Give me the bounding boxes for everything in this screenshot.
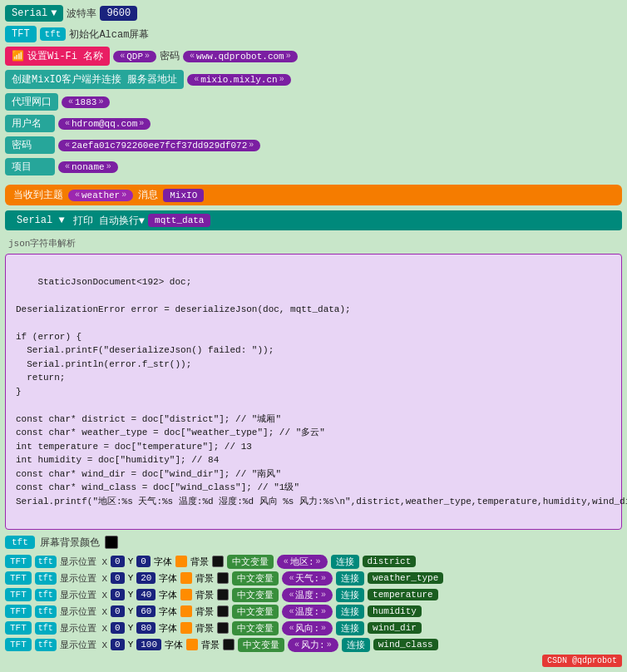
tft-sub-4[interactable]: tft	[35, 622, 57, 635]
x-val-0[interactable]: 0	[111, 556, 125, 567]
lang-block-5[interactable]: 中文变量	[238, 638, 284, 652]
tft-bg-row: tft 屏幕背景颜色	[5, 536, 622, 550]
tft-block-4[interactable]: TFT	[5, 621, 32, 635]
y-val-2[interactable]: 40	[136, 589, 156, 600]
mqtt-var-block[interactable]: mqtt_data	[148, 214, 210, 227]
tft-display-row-2: TFT tft 显示位置 X 0 Y 40 字体 背景 中文变量 « 温度: »…	[5, 588, 622, 602]
code-block: StaticJsonDocument<192> doc; Deserializa…	[5, 254, 622, 530]
tft-display-row-1: TFT tft 显示位置 X 0 Y 20 字体 背景 中文变量 « 天气: »…	[5, 571, 622, 586]
var-block-4[interactable]: wind_dir	[368, 622, 422, 634]
tft-display-row-0: TFT tft 显示位置 X 0 Y 0 字体 背景 中文变量 « 地区: » …	[5, 555, 622, 569]
tft-block-3[interactable]: TFT	[5, 605, 32, 618]
project-value[interactable]: « noname »	[58, 161, 118, 173]
y-val-5[interactable]: 100	[136, 639, 161, 650]
display-label-5: 显示位置 X	[60, 639, 107, 651]
x-val-5[interactable]: 0	[111, 639, 125, 650]
font-color-dot-2	[180, 589, 192, 600]
x-val-2[interactable]: 0	[111, 589, 125, 600]
font-color-dot-4	[180, 622, 192, 634]
topic-value[interactable]: « weather »	[68, 190, 133, 201]
server-value[interactable]: « mixio.mixly.cn »	[187, 74, 290, 86]
text-val-1[interactable]: « 天气: »	[282, 571, 333, 586]
pwd-value[interactable]: « www.qdprobot.com »	[183, 51, 298, 62]
var-block-3[interactable]: humidity	[368, 605, 422, 617]
dropdown-icon: ▼	[51, 7, 57, 19]
lang-block-3[interactable]: 中文变量	[232, 605, 279, 619]
serial-print-row: Serial ▼ 打印 自动换行▼ mqtt_data	[5, 210, 622, 230]
var-block-0[interactable]: district	[363, 556, 417, 567]
main-container: Serial ▼ 波特率 9600 TFT tft 初始化Alcam屏幕 📶 设…	[0, 0, 627, 660]
x-val-3[interactable]: 0	[111, 605, 125, 617]
lang-block-1[interactable]: 中文变量	[232, 571, 279, 586]
connect-btn-3[interactable]: 连接	[336, 605, 364, 619]
pwd-label: 密码	[160, 49, 180, 63]
lang-block-2[interactable]: 中文变量	[232, 588, 279, 602]
csdn-badge: CSDN @qdprobot	[542, 655, 622, 667]
tft-sub-1[interactable]: tft	[35, 572, 57, 585]
bg-color-dot-1	[217, 572, 229, 584]
connect-btn-2[interactable]: 连接	[336, 588, 364, 602]
mixio-connect-block[interactable]: 创建MixIO客户端并连接 服务器地址	[5, 70, 184, 89]
connect-btn-1[interactable]: 连接	[336, 571, 364, 586]
tft-block[interactable]: TFT	[5, 26, 37, 42]
event-block[interactable]: 当收到主题 « weather » 消息 MixIO	[5, 185, 622, 205]
bg-color-dot-4	[217, 622, 229, 634]
msg-var-block[interactable]: MixIO	[163, 189, 204, 202]
wifi-icon: 📶	[12, 50, 24, 62]
tft-bg-text: 屏幕背景颜色	[40, 536, 100, 550]
y-val-3[interactable]: 60	[136, 605, 156, 617]
tft-block-5[interactable]: TFT	[5, 638, 32, 651]
lang-block-0[interactable]: 中文变量	[227, 555, 274, 569]
project-row: 项目 « noname »	[5, 158, 622, 175]
connect-btn-4[interactable]: 连接	[336, 621, 364, 635]
tft-sub-block[interactable]: tft	[40, 27, 67, 41]
tft-sub-5[interactable]: tft	[35, 639, 57, 651]
display-label-2: 显示位置 X	[60, 589, 107, 601]
text-val-0[interactable]: « 地区: »	[277, 555, 328, 569]
display-label-1: 显示位置 X	[60, 572, 107, 585]
text-val-2[interactable]: « 温度: »	[282, 588, 333, 602]
ssid-value[interactable]: « QDP »	[113, 51, 156, 62]
serial-print-label[interactable]: Serial ▼	[12, 213, 70, 228]
connect-btn-0[interactable]: 连接	[331, 555, 359, 569]
y-val-1[interactable]: 20	[136, 572, 156, 584]
font-color-dot-5	[186, 639, 198, 650]
user-value[interactable]: « hdrom@qq.com »	[58, 118, 151, 130]
bg-color-dot-5	[223, 639, 235, 650]
init-label: 初始化Alcam屏幕	[69, 27, 149, 42]
tft-block-1[interactable]: TFT	[5, 571, 32, 585]
font-color-dot-0	[175, 556, 187, 567]
text-val-5[interactable]: « 风力: »	[288, 638, 338, 652]
text-val-3[interactable]: « 温度: »	[282, 605, 333, 619]
print-label: 打印 自动换行▼	[73, 214, 145, 228]
proxy-value[interactable]: « 1883 »	[62, 96, 110, 108]
tft-sub-2[interactable]: tft	[35, 589, 57, 601]
baud-value[interactable]: 9600	[100, 6, 137, 21]
tft-sub-0[interactable]: tft	[35, 556, 57, 568]
tft-display-row-4: TFT tft 显示位置 X 0 Y 80 字体 背景 中文变量 « 风向: »…	[5, 621, 622, 635]
y-val-0[interactable]: 0	[136, 556, 151, 567]
msg-label: 消息	[138, 188, 158, 202]
text-val-4[interactable]: « 风向: »	[282, 621, 333, 635]
tft-sub-3[interactable]: tft	[35, 605, 57, 618]
tft-block-2[interactable]: TFT	[5, 588, 32, 601]
var-block-1[interactable]: weather_type	[368, 572, 443, 584]
y-val-4[interactable]: 80	[136, 622, 156, 634]
x-val-4[interactable]: 0	[111, 622, 125, 634]
var-block-2[interactable]: temperature	[368, 589, 438, 600]
tft-display-row-3: TFT tft 显示位置 X 0 Y 60 字体 背景 中文变量 « 温度: »…	[5, 605, 622, 619]
mixio-pwd-label: 密码	[5, 136, 55, 154]
proxy-label: 代理网口	[5, 93, 58, 111]
connect-btn-5[interactable]: 连接	[342, 638, 370, 652]
wifi-block[interactable]: 📶 设置Wi-Fi 名称	[5, 47, 110, 66]
var-block-5[interactable]: wind_class	[373, 639, 438, 650]
serial-block[interactable]: Serial ▼	[5, 5, 63, 22]
lang-block-4[interactable]: 中文变量	[232, 621, 279, 635]
mixio-pwd-value[interactable]: « 2aefa01c792260ee7fcf37dd929df072 »	[58, 140, 260, 151]
tft-block-0[interactable]: TFT	[5, 555, 32, 568]
tft-bg-label[interactable]: tft	[5, 536, 35, 549]
wifi-label: 设置Wi-Fi 名称	[27, 49, 103, 63]
x-val-1[interactable]: 0	[111, 572, 125, 584]
baud-label: 波特率	[67, 7, 96, 21]
proxy-row: 代理网口 « 1883 »	[5, 93, 622, 111]
